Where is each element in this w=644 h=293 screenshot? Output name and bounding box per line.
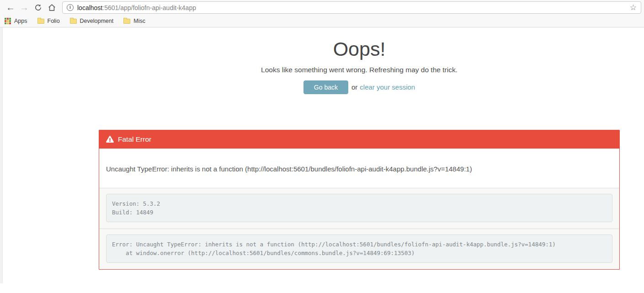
url-text: localhost:5601/app/foliofn-api-audit-k4a… (77, 4, 196, 11)
apps-shortcut[interactable]: Apps (5, 18, 27, 24)
error-message-section: Uncaught TypeError: inherits is not a fu… (99, 149, 619, 188)
bookmark-folder-label: Misc (133, 18, 145, 24)
version-info-box: Version: 5.3.2 Build: 14849 (106, 194, 612, 222)
folder-icon (37, 19, 44, 24)
bookmark-folder-folio[interactable]: Folio (37, 18, 60, 24)
browser-toolbar: ← → i localhost:5601/app/foliofn-api-aud… (0, 0, 644, 15)
apps-grid-icon (5, 18, 11, 24)
bookmark-folder-label: Folio (48, 18, 60, 24)
browser-chrome: ← → i localhost:5601/app/foliofn-api-aud… (0, 0, 644, 27)
error-hero: Oops! Looks like something went wrong. R… (99, 27, 620, 94)
bookmark-folder-label: Development (80, 18, 114, 24)
stack-line: at window.onerror (http://localhost:5601… (112, 249, 607, 257)
page-title: Oops! (99, 37, 620, 62)
forward-icon[interactable]: → (18, 2, 30, 14)
build-line: Build: 14849 (112, 208, 607, 217)
fatal-error-title: Fatal Error (118, 135, 151, 144)
main-container: Oops! Looks like something went wrong. R… (99, 27, 620, 270)
reload-icon[interactable] (32, 2, 44, 14)
page-info-icon[interactable]: i (67, 4, 74, 11)
fatal-error-panel: Fatal Error Uncaught TypeError: inherits… (99, 130, 620, 270)
back-icon[interactable]: ← (5, 2, 16, 14)
fatal-error-header: Fatal Error (99, 130, 619, 149)
error-actions: Go back or clear your session (99, 80, 620, 94)
or-text: or (351, 83, 357, 91)
folder-icon (123, 19, 130, 24)
bookmark-folder-development[interactable]: Development (70, 18, 114, 24)
folder-icon (70, 19, 77, 24)
error-subtitle: Looks like something went wrong. Refresh… (99, 66, 620, 74)
version-line: Version: 5.3.2 (112, 199, 607, 208)
bookmarks-bar: Apps Folio Development Misc (0, 15, 644, 27)
bookmark-folder-misc[interactable]: Misc (123, 18, 145, 24)
bookmark-star-icon[interactable]: ☆ (630, 3, 637, 12)
stack-trace-section: Error: Uncaught TypeError: inherits is n… (99, 229, 619, 269)
apps-label: Apps (14, 18, 27, 24)
window-edge-strip (0, 27, 3, 283)
error-stack-box: Error: Uncaught TypeError: inherits is n… (106, 234, 612, 263)
page-content: Oops! Looks like something went wrong. R… (0, 27, 644, 293)
home-icon[interactable] (46, 2, 58, 14)
go-back-button[interactable]: Go back (303, 80, 348, 94)
stack-line: Error: Uncaught TypeError: inherits is n… (112, 240, 607, 249)
version-section: Version: 5.3.2 Build: 14849 (99, 188, 619, 229)
warning-triangle-icon (106, 136, 114, 143)
error-message: Uncaught TypeError: inherits is not a fu… (106, 165, 612, 173)
clear-session-link[interactable]: clear your session (360, 83, 415, 91)
address-bar[interactable]: i localhost:5601/app/foliofn-api-audit-k… (62, 1, 641, 14)
